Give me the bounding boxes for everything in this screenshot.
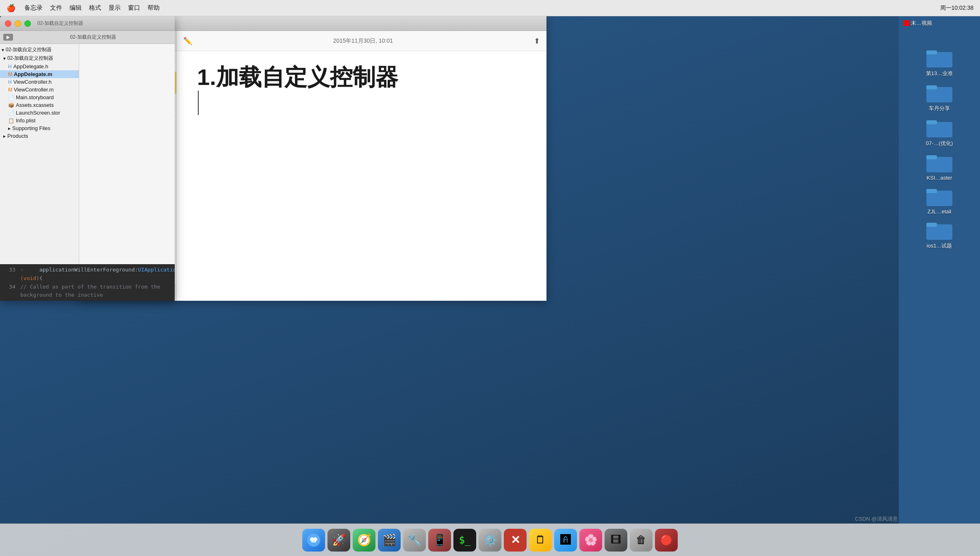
desktop-folder-1[interactable]: 第13…业准 xyxy=(899,46,980,80)
code-line-35: state; here you can undo many of the cha… xyxy=(0,300,175,301)
desktop-folders: 未…视频 第13…业准 车丹分享 07-…(优化) KSI…aster ZJL…… xyxy=(899,16,980,523)
folder-label-3: 07-…(优化) xyxy=(926,140,953,147)
ide-titlebar: 02-加载自定义控制器 xyxy=(0,16,175,31)
red-dot-icon xyxy=(904,20,909,26)
desktop-folder-5[interactable]: ZJL…etail xyxy=(899,184,980,217)
folder-label-5: ZJL…etail xyxy=(928,208,952,215)
watermark: CSDN @清风清意 xyxy=(855,515,898,523)
apple-menu[interactable]: 🍎 xyxy=(7,4,15,13)
dock-launchpad[interactable]: 🚀 xyxy=(327,529,350,552)
dock-iosapp[interactable]: 🔴 xyxy=(655,529,678,552)
code-editor: 33 - (void)applicationWillEnterForegroun… xyxy=(0,264,175,301)
file-tree-root[interactable]: ▾ 02-加载自定义控制器 xyxy=(0,46,79,54)
dock-photos[interactable]: 🌸 xyxy=(579,529,602,552)
note-content-area: ✏️ 2015年11月30日, 10:01 ⬆ 1.加载自定义控制器 xyxy=(177,31,546,301)
dock-tools[interactable]: 🔧 xyxy=(403,529,426,552)
menu-xianshi[interactable]: 显示 xyxy=(108,4,121,12)
menubar: 🍎 备忘录 文件 编辑 格式 显示 窗口 帮助 周一10:02:38 xyxy=(0,0,980,16)
minimize-button[interactable] xyxy=(15,20,21,27)
note-heading: 1.加载自定义控制器 xyxy=(197,63,526,91)
svg-rect-15 xyxy=(311,541,316,543)
ide-title: 02-加载自定义控制器 xyxy=(37,20,83,27)
folder-label-6: ios1…试题 xyxy=(927,242,952,250)
dock-finder[interactable] xyxy=(302,529,325,552)
menu-geshi[interactable]: 格式 xyxy=(89,4,101,12)
dock-appstore[interactable]: 🅰 xyxy=(554,529,577,552)
maximize-button[interactable] xyxy=(24,20,31,27)
dock-iphone[interactable]: 📱 xyxy=(428,529,451,552)
svg-rect-7 xyxy=(926,155,937,159)
ide-breadcrumb: 02-加载自定义控制器 xyxy=(70,34,116,41)
text-cursor xyxy=(198,91,199,115)
desktop-folder-3[interactable]: 07-…(优化) xyxy=(899,115,980,150)
close-button[interactable] xyxy=(5,20,11,27)
dock-xmind[interactable]: ✕ xyxy=(504,529,527,552)
svg-rect-11 xyxy=(926,223,937,227)
dock-film[interactable]: 🎞 xyxy=(605,529,627,552)
compose-icon[interactable]: ✏️ xyxy=(183,37,192,46)
dock-sysprefs[interactable]: ⚙️ xyxy=(479,529,501,552)
menu-bangzhu[interactable]: 帮助 xyxy=(147,4,160,12)
desktop-folder-6[interactable]: ios1…试题 xyxy=(899,218,980,252)
file-appdelegate-m[interactable]: M AppDelegate.m xyxy=(0,70,79,78)
file-main-storyboard[interactable]: 📄 Main.storyboard xyxy=(0,93,79,101)
folder-label-2: 车丹分享 xyxy=(929,105,950,112)
desktop-folder-4[interactable]: KSI…aster xyxy=(899,150,980,183)
dock-notes[interactable]: 🗒 xyxy=(529,529,552,552)
menu-chuangkou[interactable]: 窗口 xyxy=(128,4,140,12)
file-viewcontroller-h[interactable]: H ViewController.h xyxy=(0,78,79,86)
ide-body: ▾ 02-加载自定义控制器 ▾ 02-加载自定义控制器 H AppDelegat… xyxy=(0,44,175,264)
desktop-folder-2[interactable]: 车丹分享 xyxy=(899,80,980,115)
svg-rect-5 xyxy=(926,120,937,124)
file-products[interactable]: ▸ Products xyxy=(0,132,79,140)
svg-point-14 xyxy=(313,537,317,541)
time-display: 周一10:02:38 xyxy=(940,4,974,12)
file-launchscreen[interactable]: 📄 LaunchScreen.stor xyxy=(0,109,79,117)
ide-toolbar: ▶ 02-加载自定义控制器 xyxy=(0,31,175,44)
share-icon[interactable]: ⬆ xyxy=(534,37,540,46)
dock: 🚀 🧭 🎬 🔧 📱 $_ ⚙️ ✕ 🗒 🅰 🌸 🎞 🗑 xyxy=(0,523,980,556)
note-content-toolbar: ✏️ 2015年11月30日, 10:01 ⬆ xyxy=(177,31,546,51)
file-supporting-files[interactable]: ▸ Supporting Files xyxy=(0,124,79,132)
menubar-right: 周一10:02:38 xyxy=(940,4,974,12)
ide-window: 02-加载自定义控制器 ▶ 02-加载自定义控制器 ▾ 02-加载自定义控制器 … xyxy=(0,16,175,301)
file-assets[interactable]: 📦 Assets.xcassets xyxy=(0,101,79,109)
red-dot-label: 未…视频 xyxy=(911,20,932,27)
svg-rect-1 xyxy=(926,50,937,54)
dock-trash[interactable]: 🗑 xyxy=(630,529,653,552)
file-tree: ▾ 02-加载自定义控制器 ▾ 02-加载自定义控制器 H AppDelegat… xyxy=(0,44,79,264)
folder-label-4: KSI…aster xyxy=(927,175,952,181)
menu-wenjian[interactable]: 文件 xyxy=(50,4,62,12)
svg-rect-3 xyxy=(926,85,937,89)
file-tree-group[interactable]: ▾ 02-加载自定义控制器 xyxy=(0,54,79,63)
dock-quicktime[interactable]: 🎬 xyxy=(378,529,401,552)
folder-label-1: 第13…业准 xyxy=(926,70,953,77)
file-viewcontroller-m[interactable]: M ViewController.m xyxy=(0,86,79,93)
run-button[interactable]: ▶ xyxy=(3,34,13,41)
dock-safari[interactable]: 🧭 xyxy=(353,529,375,552)
dock-terminal[interactable]: $_ xyxy=(453,529,476,552)
code-line-34: 34 // Called as part of the transition f… xyxy=(0,283,175,300)
menu-bianji[interactable]: 编辑 xyxy=(69,4,82,12)
menu-beiwanglu[interactable]: 备忘录 xyxy=(24,4,43,12)
note-date-header: 2015年11月30日, 10:01 xyxy=(333,37,393,45)
svg-rect-9 xyxy=(926,189,937,193)
note-content-body[interactable]: 1.加载自定义控制器 xyxy=(177,51,546,301)
file-appdelegate-h[interactable]: H AppDelegate.h xyxy=(0,63,79,70)
file-info-plist[interactable]: 📋 Info.plist xyxy=(0,117,79,124)
code-line-33: 33 - (void)applicationWillEnterForegroun… xyxy=(0,266,175,283)
